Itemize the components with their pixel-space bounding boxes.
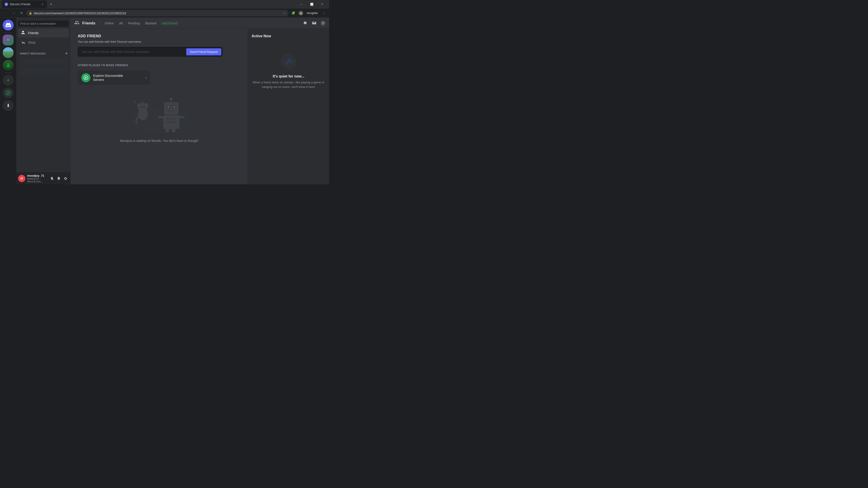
server-sidebar: AD 🌲 + (0, 18, 16, 184)
friends-nav-icon (21, 30, 25, 36)
shop-nav-icon (21, 40, 25, 45)
discord-home-button[interactable] (3, 20, 13, 31)
explore-chevron-icon: › (145, 76, 147, 79)
tab-blocked[interactable]: Blocked (143, 21, 158, 26)
wumpus-illustration: ✦ ✦ ✦ (114, 96, 204, 136)
add-dm-button[interactable]: + (65, 51, 68, 56)
tab-favicon: D (4, 2, 8, 6)
svg-point-9 (145, 103, 148, 108)
url-display: discord.com/channels/1182362010067935253… (34, 11, 281, 15)
reload-button[interactable]: ↻ (18, 9, 25, 17)
svg-point-34 (170, 118, 172, 120)
shop-nav-label: Shop (28, 41, 35, 44)
help-icon: ? (320, 21, 326, 26)
server-divider (4, 32, 12, 33)
add-friend-input[interactable] (78, 47, 185, 56)
active-tab[interactable]: D Discord | Friends ✕ (2, 0, 47, 8)
deafen-button[interactable] (56, 175, 62, 182)
server-icon-forest[interactable]: 🌲 (3, 60, 13, 71)
svg-rect-30 (179, 116, 184, 119)
dm-sidebar: Friends Shop DIRECT MESSAGES + M (16, 18, 70, 184)
help-button[interactable]: ? (320, 21, 326, 26)
dm-search-area (16, 18, 70, 29)
address-bar-row: ← → ↻ 🔒 discord.com/channels/11823620100… (0, 8, 329, 18)
svg-text:✦: ✦ (134, 100, 136, 103)
svg-point-35 (173, 118, 175, 120)
other-places-section: OTHER PLACES TO MAKE FRIENDS Explore Dis… (78, 64, 241, 85)
svg-text:💤: 💤 (285, 58, 293, 66)
svg-rect-32 (172, 128, 176, 132)
svg-point-22 (167, 106, 169, 108)
tab-close-button[interactable]: ✕ (41, 2, 44, 6)
other-places-title: OTHER PLACES TO MAKE FRIENDS (78, 64, 241, 67)
add-friend-input-row: Send Friend Request (78, 47, 222, 57)
server-icon-landscape[interactable] (3, 47, 13, 58)
notifications-button[interactable] (303, 21, 308, 26)
active-now-panel: Active Now 💤 It's quiet for now... When … (248, 29, 329, 184)
maximize-button[interactable]: ⬜ (307, 0, 317, 8)
friends-main: ADD FRIEND You can add friends with thei… (70, 29, 248, 184)
mute-button[interactable] (49, 175, 55, 182)
security-icon: 🔒 (29, 12, 32, 15)
svg-rect-26 (170, 111, 171, 111)
explore-discoverable-servers-card[interactable]: Explore DiscoverableServers › (78, 70, 150, 85)
search-input[interactable] (18, 21, 69, 27)
toolbar-buttons: 🧩 🕵 Incognito ⋮ (289, 9, 327, 17)
friends-header-icon (74, 20, 80, 26)
tab-online[interactable]: Online (103, 21, 116, 26)
tab-pending[interactable]: Pending (126, 21, 142, 26)
quiet-illustration: 💤 (252, 53, 326, 71)
dm-loading-item-2 (16, 66, 70, 76)
active-now-title: Active Now (252, 34, 326, 38)
more-options-button[interactable]: ⋮ (320, 9, 327, 17)
user-avatar: M (18, 175, 25, 182)
tab-all[interactable]: All (117, 21, 125, 26)
address-bar[interactable]: 🔒 discord.com/channels/11823620100679352… (26, 10, 289, 16)
close-button[interactable]: ✕ (317, 0, 327, 8)
main-content: Friends Online All Pending Blocked Add F… (70, 18, 329, 184)
svg-rect-25 (168, 111, 169, 111)
explore-icon (81, 73, 90, 82)
direct-messages-label: DIRECT MESSAGES (20, 52, 46, 55)
download-apps-button[interactable]: ⬇ (3, 100, 13, 111)
send-friend-request-button[interactable]: Send Friend Request (186, 48, 221, 55)
svg-text:✦: ✦ (153, 103, 155, 104)
svg-point-19 (170, 98, 172, 100)
dm-loading-item-1 (16, 57, 70, 66)
server-divider-2 (4, 72, 12, 73)
add-friend-subtitle: You can add friends with their Discord u… (78, 40, 241, 43)
friends-header: Friends Online All Pending Blocked Add F… (70, 18, 329, 29)
quiet-title: It's quiet for now... (252, 74, 326, 78)
discover-servers-button[interactable] (3, 88, 13, 98)
new-tab-button[interactable]: + (48, 1, 54, 7)
user-status: Waiting for discord.com... (27, 177, 47, 183)
svg-text:✦: ✦ (149, 99, 151, 101)
svg-point-12 (142, 107, 142, 107)
sidebar-item-shop[interactable]: Shop (18, 38, 69, 47)
forward-button[interactable]: → (10, 9, 17, 17)
window-controls: — ⬜ ✕ (296, 0, 327, 8)
inbox-button[interactable] (311, 21, 317, 26)
quiet-description: When a friend starts an activity—like pl… (252, 80, 326, 89)
bookmark-icon[interactable]: ☆ (283, 11, 286, 15)
profile-button[interactable]: 🕵 (297, 9, 305, 17)
svg-point-23 (174, 106, 175, 108)
add-server-button[interactable]: + (3, 75, 13, 86)
server-icon-artists[interactable]: AD (3, 35, 13, 45)
extensions-button[interactable]: 🧩 (289, 9, 297, 17)
svg-rect-17 (164, 102, 179, 115)
tab-title: Discord | Friends (10, 3, 39, 6)
tab-add-friend[interactable]: Add Friend (160, 21, 179, 26)
download-icon: ⬇ (6, 103, 10, 108)
svg-point-8 (137, 103, 141, 108)
plus-icon: + (6, 77, 10, 84)
minimize-button[interactable]: — (296, 0, 307, 8)
back-button[interactable]: ← (2, 9, 9, 17)
friends-header-title: Friends (82, 21, 95, 25)
sidebar-item-friends[interactable]: Friends (18, 29, 69, 37)
svg-rect-31 (165, 128, 169, 132)
settings-button[interactable] (62, 175, 69, 182)
browser-chrome: D Discord | Friends ✕ + — ⬜ ✕ ← → ↻ 🔒 di… (0, 0, 329, 18)
svg-rect-29 (158, 116, 164, 119)
wumpus-illustration-area: ✦ ✦ ✦ (78, 89, 241, 146)
